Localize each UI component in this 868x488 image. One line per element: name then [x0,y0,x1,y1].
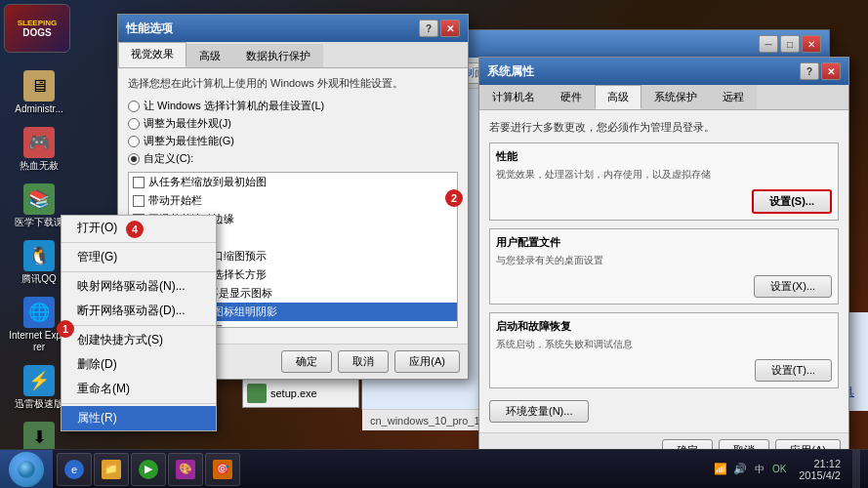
tab-remote[interactable]: 远程 [710,85,757,109]
game-logo: SLEEPING DOGS [4,4,70,53]
radio-best-performance[interactable]: 调整为最佳性能(G) [128,134,458,148]
taskbar-media[interactable]: ▶ [131,453,166,486]
start-orb [9,452,44,487]
sys-prop-footer: 确定 取消 应用(A) [479,432,848,449]
perf-close-button[interactable]: ✕ [440,20,460,37]
context-manage[interactable]: 管理(G) [62,245,216,269]
setup-label: setup.exe [270,387,317,399]
taskbar-explorer[interactable]: 📁 [94,453,129,486]
radio-best-appearance[interactable]: 调整为最佳外观(J) [128,116,458,131]
sys-cancel-button[interactable]: 取消 [719,439,769,449]
tray-icons: 📶 🔊 中 OK [713,462,787,477]
tab-advanced-sys[interactable]: 高级 [595,85,641,109]
profile-desc: 与您登录有关的桌面设置 [496,254,832,267]
separator [62,325,216,326]
sys-prop-tabs: 计算机名 硬件 高级 系统保护 远程 [479,85,848,110]
radio-circle-2[interactable] [128,136,140,147]
other1-icon: 🎨 [176,460,195,479]
tray-ime: 中 [752,462,767,477]
sys-prop-body: 若要进行大多数更改，您必须作为管理员登录。 性能 视觉效果，处理器计划，内存使用… [479,110,848,432]
desktop-icon-admin[interactable]: 🖥 Administr... [4,66,74,119]
cb-box-1[interactable] [133,195,145,207]
tab-sys-protection[interactable]: 系统保护 [641,85,710,109]
setup-icon [247,384,267,403]
perf-ok-button[interactable]: 确定 [281,350,332,373]
perf-cancel-button[interactable]: 取消 [338,350,389,373]
profile-settings-button[interactable]: 设置(X)... [754,275,832,298]
other2-icon: 🎯 [213,460,232,479]
close-button[interactable]: ✕ [802,35,821,53]
startup-title: 启动和故障恢复 [496,319,832,334]
step-number-2: 2 [445,189,463,207]
tab-computer-name[interactable]: 计算机名 [479,85,548,109]
sys-prop-dialog: 系统属性 ? ✕ 计算机名 硬件 高级 系统保护 远程 若要进行大多数更改，您必… [478,57,849,449]
tray-volume: 🔊 [732,462,748,477]
context-menu: 打开(O) 管理(G) 映射网络驱动器(N)... 断开网络驱动器(D)... … [61,215,217,431]
perf-section-title: 性能 [496,149,832,164]
sys-prop-titlebar: 系统属性 ? ✕ [479,58,848,85]
svg-point-0 [18,461,35,478]
clock-date: 2015/4/2 [799,469,841,481]
explorer-icon: 📁 [102,460,121,479]
taskbar-ie[interactable]: e [57,453,92,486]
separator [62,271,216,272]
tab-dep[interactable]: 数据执行保护 [233,44,323,67]
radio-circle-0[interactable] [128,101,140,112]
context-create-shortcut[interactable]: 创建快捷方式(S) [62,328,216,352]
startup-desc: 系统启动，系统失败和调试信息 [496,338,832,351]
perf-titlebar: 性能选项 ? ✕ [118,15,468,42]
perf-title: 性能选项 [126,20,419,37]
profile-section: 用户配置文件 与您登录有关的桌面设置 设置(X)... [489,228,839,305]
radio-custom[interactable]: 自定义(C): [128,151,458,166]
taskbar: e 📁 ▶ 🎨 🎯 📶 🔊 中 OK 21:12 2015/4/2 [0,449,868,488]
taskbar-clock[interactable]: 21:12 2015/4/2 [793,456,847,483]
setup-exe-popup: setup.exe [242,379,359,408]
env-vars-button[interactable]: 环境变量(N)... [489,400,589,423]
desktop: SLEEPING DOGS 🖥 Administr... 🎮 热血无赦 📚 医学… [0,0,868,449]
radio-circle-1[interactable] [128,118,140,130]
taskbar-apps: e 📁 ▶ 🎨 🎯 [53,450,705,489]
step-number-4: 4 [126,221,144,238]
context-rename[interactable]: 重命名(M) [62,377,216,401]
profile-title: 用户配置文件 [496,235,832,250]
tab-advanced[interactable]: 高级 [186,44,233,67]
perf-radio-group: 让 Windows 选择计算机的最佳设置(L) 调整为最佳外观(J) 调整为最佳… [128,99,458,166]
maximize-button[interactable]: □ [780,35,800,53]
minimize-button[interactable]: ─ [759,35,778,53]
taskbar-right: 📶 🔊 中 OK 21:12 2015/4/2 [705,450,868,489]
perf-help-button[interactable]: ? [419,20,438,37]
perf-apply-button[interactable]: 应用(A) [394,350,460,373]
sys-prop-title: 系统属性 [487,63,800,80]
start-button[interactable] [0,450,53,489]
perf-section: 性能 视觉效果，处理器计划，内存使用，以及虚拟存储 设置(S)... [489,142,839,221]
taskbar-other2[interactable]: 🎯 [205,453,240,486]
cb-0[interactable]: 从任务栏缩放到最初始图 [129,173,457,191]
radio-windows-best[interactable]: 让 Windows 选择计算机的最佳设置(L) [128,99,458,113]
perf-tabs: 视觉效果 高级 数据执行保护 [118,42,468,68]
context-disconnect-drive[interactable]: 断开网络驱动器(D)... [62,299,216,323]
startup-settings-button[interactable]: 设置(T)... [755,359,832,382]
context-properties[interactable]: 属性(R) [62,406,216,430]
context-delete[interactable]: 删除(D) [62,352,216,377]
context-map-drive[interactable]: 映射网络驱动器(N)... [62,274,216,299]
tab-hardware[interactable]: 硬件 [548,85,595,109]
sys-apply-button[interactable]: 应用(A) [775,439,841,449]
sys-ok-button[interactable]: 确定 [662,439,713,449]
desktop-icon-hotblood[interactable]: 🎮 热血无赦 [4,123,74,176]
sys-prop-window-buttons: ? ✕ [800,62,841,80]
cb-box-0[interactable] [133,177,145,188]
perf-settings-button[interactable]: 设置(S)... [752,189,832,214]
show-desktop-button[interactable] [852,450,860,489]
sys-help-button[interactable]: ? [800,62,819,80]
radio-circle-3[interactable] [128,153,140,165]
media-icon: ▶ [139,460,158,479]
startup-section: 启动和故障恢复 系统启动，系统失败和调试信息 设置(T)... [489,312,839,388]
perf-window-buttons: ? ✕ [419,20,460,37]
tab-visual-effects[interactable]: 视觉效果 [118,42,186,67]
cb-1[interactable]: 带动开始栏 [129,191,457,210]
ie-icon: e [64,460,84,479]
tray-ok: OK [771,462,787,477]
taskbar-other1[interactable]: 🎨 [168,453,203,486]
clock-time: 21:12 [799,458,841,469]
sys-close-button[interactable]: ✕ [821,62,841,80]
